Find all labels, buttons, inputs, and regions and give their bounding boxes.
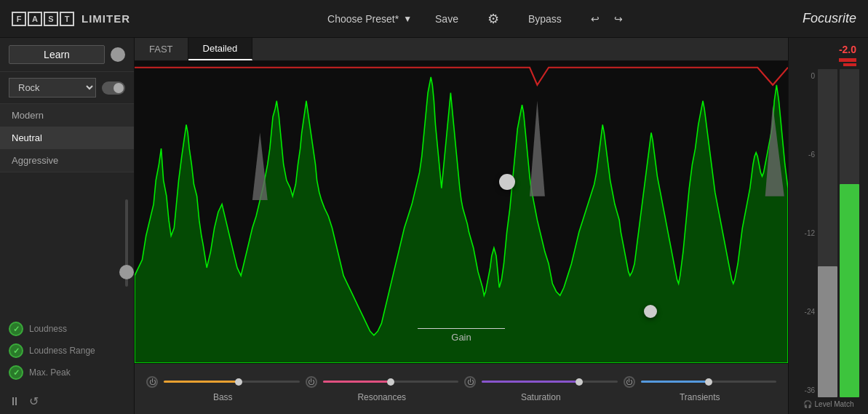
checks-area: Loudness Loudness Range Max. Peak xyxy=(0,313,134,389)
bass-slider-thumb[interactable] xyxy=(235,378,242,386)
waveform-area: Gain xyxy=(135,61,788,363)
logo-letter-s: S xyxy=(44,12,58,26)
level-match-label: Level Match xyxy=(815,400,854,408)
style-item-aggressive[interactable]: Aggressive xyxy=(0,149,134,172)
chevron-down-icon: ▼ xyxy=(403,14,412,24)
right-panel: -2.0 0 -6 -12 -24 -36 🎧 L xyxy=(788,38,868,414)
transients-slider-row xyxy=(624,376,777,388)
resonances-label: Resonances xyxy=(357,392,406,402)
loudness-label: Loudness xyxy=(29,324,67,334)
bass-slider-track[interactable] xyxy=(164,381,300,383)
logo: F A S T LIMITER xyxy=(12,12,130,26)
scale-minus12: -12 xyxy=(797,229,815,237)
bottom-controls: Bass Resonances xyxy=(135,363,788,414)
top-bar-controls: Choose Preset* ▼ Save ⚙ Bypass ↩ ↪ xyxy=(154,8,803,30)
main-content: Learn Rock Pop Jazz Modern Neutral Aggre… xyxy=(0,38,868,414)
resonances-slider-fill xyxy=(323,381,391,383)
resonances-slider-row xyxy=(306,376,459,388)
redo-button[interactable]: ↪ xyxy=(608,10,629,28)
transients-slider-thumb[interactable] xyxy=(705,378,712,386)
meter-fill-right xyxy=(840,184,859,397)
loudness-range-label: Loudness Range xyxy=(29,346,95,356)
scale-minus6: -6 xyxy=(797,151,815,159)
pause-icon[interactable]: ⏸ xyxy=(9,395,20,408)
band-transients: Transients xyxy=(624,376,777,402)
bass-slider-fill xyxy=(164,381,239,383)
style-item-modern[interactable]: Modern xyxy=(0,104,134,127)
style-item-neutral[interactable]: Neutral xyxy=(0,127,134,149)
band-bass: Bass xyxy=(146,376,300,402)
vertical-slider-thumb[interactable] xyxy=(119,265,134,279)
meters xyxy=(818,69,859,397)
bass-slider-row xyxy=(146,376,300,388)
logo-letter-f: F xyxy=(12,12,26,26)
saturation-slider-track[interactable] xyxy=(482,381,618,383)
meter-bar-right xyxy=(840,69,859,397)
bypass-button[interactable]: Bypass xyxy=(522,10,568,28)
focusrite-logo: Focusrite xyxy=(803,11,856,26)
tab-detailed[interactable]: Detailed xyxy=(188,38,253,60)
meter-fill-left xyxy=(818,266,837,397)
preset-style-toggle[interactable] xyxy=(102,81,125,95)
saturation-slider-thumb[interactable] xyxy=(576,378,583,386)
refresh-icon[interactable]: ↺ xyxy=(29,394,39,408)
tab-bar: FAST Detailed xyxy=(135,38,788,61)
undo-redo-group: ↩ ↪ xyxy=(585,10,629,28)
settings-icon[interactable]: ⚙ xyxy=(482,8,505,30)
waveform-svg xyxy=(135,61,788,363)
saturation-label: Saturation xyxy=(521,392,561,402)
max-peak-check-icon xyxy=(9,365,23,380)
resonances-slider-thumb[interactable] xyxy=(387,378,394,386)
meter-scale: 0 -6 -12 -24 -36 xyxy=(797,69,815,397)
check-loudness-range: Loudness Range xyxy=(9,343,125,358)
top-bar: F A S T LIMITER Choose Preset* ▼ Save ⚙ … xyxy=(0,0,868,38)
save-button[interactable]: Save xyxy=(429,10,464,28)
preset-selector[interactable]: Choose Preset* ▼ xyxy=(327,13,412,25)
loudness-check-icon xyxy=(9,322,23,336)
waveform-handle-1[interactable] xyxy=(499,174,515,190)
logo-letter-a: A xyxy=(28,12,42,26)
learn-row: Learn xyxy=(0,38,134,72)
max-peak-label: Max. Peak xyxy=(29,367,71,378)
resonances-power-button[interactable] xyxy=(306,376,317,388)
svg-marker-0 xyxy=(135,77,788,363)
play-controls: ⏸ ↺ xyxy=(0,389,134,414)
resonances-slider-track[interactable] xyxy=(323,381,459,383)
level-value: -2.0 xyxy=(839,44,856,55)
bass-label: Bass xyxy=(213,392,233,402)
transients-slider-fill xyxy=(641,381,709,383)
left-panel: Learn Rock Pop Jazz Modern Neutral Aggre… xyxy=(0,38,135,414)
saturation-power-button[interactable] xyxy=(464,376,476,388)
transients-slider-track[interactable] xyxy=(641,381,777,383)
preset-row: Rock Pop Jazz xyxy=(0,72,134,104)
scale-minus24: -24 xyxy=(797,308,815,316)
vertical-slider-track xyxy=(125,199,128,287)
left-slider-area xyxy=(0,172,134,313)
learn-toggle[interactable] xyxy=(111,47,125,62)
level-match-row: 🎧 Level Match xyxy=(803,400,854,408)
preset-selector-label: Choose Preset* xyxy=(327,13,399,25)
transients-label: Transients xyxy=(680,392,720,402)
saturation-slider-row xyxy=(464,376,618,388)
scale-0: 0 xyxy=(797,72,815,80)
learn-button[interactable]: Learn xyxy=(9,45,105,64)
logo-boxes: F A S T xyxy=(12,12,74,26)
preset-dropdown[interactable]: Rock Pop Jazz xyxy=(9,78,96,97)
bass-power-button[interactable] xyxy=(146,376,158,388)
loudness-range-check-icon xyxy=(9,343,23,358)
band-resonances: Resonances xyxy=(306,376,459,402)
check-loudness: Loudness xyxy=(9,322,125,336)
headphone-icon: 🎧 xyxy=(803,400,812,408)
center-panel: FAST Detailed xyxy=(135,38,788,414)
tab-fast[interactable]: FAST xyxy=(135,38,188,60)
meter-bar-left xyxy=(818,69,837,397)
peak-red-small xyxy=(843,63,856,66)
saturation-handle[interactable] xyxy=(644,305,657,318)
style-list: Modern Neutral Aggressive xyxy=(0,104,134,172)
band-saturation: Saturation xyxy=(464,376,618,402)
undo-button[interactable]: ↩ xyxy=(585,10,605,28)
plugin-name: LIMITER xyxy=(81,12,130,25)
logo-letter-t: T xyxy=(60,12,74,26)
transients-power-button[interactable] xyxy=(624,376,635,388)
saturation-slider-fill xyxy=(482,381,579,383)
